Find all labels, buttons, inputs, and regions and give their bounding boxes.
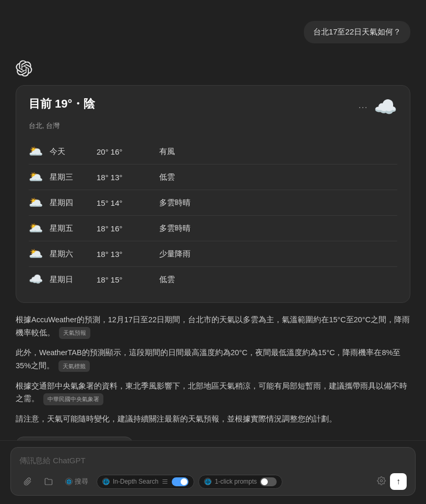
indepth-settings-icon — [161, 478, 169, 485]
weather-row-day-3: 星期五 — [50, 224, 97, 233]
weather-row-icon-1: 🌥️ — [29, 170, 50, 184]
search-button[interactable]: 🌐 搜尋 — [61, 475, 92, 488]
input-area: 傳訊息給 ChatGPT 🌐 搜尋 🌐 In-Dep — [0, 440, 426, 504]
weather-row-icon-4: 🌥️ — [29, 247, 50, 261]
weather-row: ☁️ 星期日 18° 15° 低雲 — [29, 267, 397, 292]
oneclick-switch[interactable] — [260, 477, 277, 486]
source-tag-2[interactable]: 天氣標籤 — [58, 360, 90, 372]
weather-forecast-list: 🌥️ 今天 20° 16° 有風 🌥️ 星期三 18° 13° 低雲 🌥️ 星期… — [29, 139, 397, 292]
weather-row-icon-0: 🌥️ — [29, 145, 50, 158]
weather-row-temp-1: 18° 13° — [97, 173, 159, 182]
oneclick-label: 1-click prompts — [215, 478, 257, 485]
input-placeholder-text[interactable]: 傳訊息給 ChatGPT — [19, 455, 407, 467]
user-message-text: 台北17至22日天氣如何？ — [313, 27, 401, 36]
weather-row-temp-3: 18° 16° — [97, 224, 159, 233]
weather-row-day-2: 星期四 — [50, 198, 97, 208]
input-toolbar: 🌐 搜尋 🌐 In-Depth Search 🌐 1-click prompts — [19, 473, 407, 490]
paragraph-3: 根據交通部中央氣象署的資料，東北季風影響下，北部地區天氣稍涼，可能有局部短暫雨，… — [16, 380, 410, 405]
weather-row: 🌥️ 星期三 18° 13° 低雲 — [29, 165, 397, 190]
weather-location: 台北, 台灣 — [29, 121, 397, 131]
indepth-switch-knob — [181, 478, 187, 485]
input-box: 傳訊息給 ChatGPT 🌐 搜尋 🌐 In-Dep — [10, 447, 416, 496]
paragraph-2: 此外，WeatherTAB的預測顯示，這段期間的日間最高溫度約為20°C，夜間最… — [16, 346, 410, 372]
weather-row-day-4: 星期六 — [50, 249, 97, 259]
search-label: 搜尋 — [75, 477, 88, 486]
search-globe-icon: 🌐 — [65, 478, 73, 485]
weather-card: 目前 19°・陰 ⋯ ☁️ 台北, 台灣 🌥️ 今天 20° 16° 有風 🌥️… — [16, 85, 410, 303]
weather-row-desc-0: 有風 — [159, 147, 175, 157]
chatgpt-logo-icon — [16, 60, 32, 77]
weather-row-day-0: 今天 — [50, 147, 97, 157]
attach-button[interactable] — [19, 475, 36, 488]
folder-button[interactable] — [40, 475, 57, 488]
oneclick-globe-icon: 🌐 — [204, 478, 211, 485]
weather-row-desc-3: 多雲時晴 — [159, 224, 191, 233]
svg-point-4 — [380, 479, 382, 482]
weather-row: 🌥️ 星期六 18° 13° 少量降雨 — [29, 241, 397, 267]
source-tag-1[interactable]: 天氣預報 — [59, 327, 90, 339]
paragraph-1: 根據AccuWeather的預測，12月17日至22日期間，台北市的天氣以多雲為… — [16, 313, 410, 339]
user-bubble: 台北17至22日天氣如何？ — [304, 21, 410, 43]
weather-row-icon-2: 🌥️ — [29, 196, 50, 209]
indepth-switch[interactable] — [172, 477, 188, 486]
weather-row-day-1: 星期三 — [50, 172, 97, 182]
weather-cloud-icon: ☁️ — [374, 96, 397, 118]
weather-more-options[interactable]: ⋯ — [358, 101, 369, 113]
weather-card-header: 目前 19°・陰 ⋯ ☁️ — [29, 96, 397, 118]
paragraph-4: 請注意，天氣可能隨時變化，建議持續關注最新的天氣預報，並根據實際情況調整您的計劃… — [16, 413, 410, 426]
source-tag-3[interactable]: 中華民國中央氣象署 — [43, 393, 103, 405]
gear-icon[interactable] — [377, 476, 386, 487]
indepth-search-toggle[interactable]: 🌐 In-Depth Search — [97, 475, 194, 489]
weather-row-temp-2: 15° 14° — [97, 198, 159, 207]
weather-row-icon-5: ☁️ — [29, 273, 50, 286]
indepth-label: In-Depth Search — [113, 478, 158, 485]
weather-row-icon-3: 🌥️ — [29, 221, 50, 235]
user-message-area: 台北17至22日天氣如何？ — [0, 10, 426, 59]
oneclick-prompts-toggle[interactable]: 🌐 1-click prompts — [198, 475, 282, 489]
weather-row-desc-5: 低雲 — [159, 275, 175, 285]
weather-row: 🌥️ 星期四 15° 14° 多雲時晴 — [29, 190, 397, 216]
weather-row: 🌥️ 星期五 18° 16° 多雲時晴 — [29, 216, 397, 241]
weather-row: 🌥️ 今天 20° 16° 有風 — [29, 139, 397, 165]
assistant-header — [16, 59, 410, 77]
weather-row-temp-0: 20° 16° — [97, 147, 159, 156]
oneclick-switch-knob — [261, 478, 268, 485]
weather-row-temp-5: 18° 15° — [97, 275, 159, 284]
paragraph-4-text: 請注意，天氣可能隨時變化，建議持續關注最新的天氣預報，並根據實際情況調整您的計劃… — [16, 415, 337, 423]
assistant-area: 目前 19°・陰 ⋯ ☁️ 台北, 台灣 🌥️ 今天 20° 16° 有風 🌥️… — [0, 59, 426, 500]
weather-row-desc-4: 少量降雨 — [159, 249, 191, 259]
weather-card-icons: ⋯ ☁️ — [358, 96, 397, 118]
send-button[interactable]: ↑ — [390, 473, 407, 490]
weather-main-title: 目前 19°・陰 — [29, 96, 95, 112]
weather-row-desc-2: 多雲時晴 — [159, 198, 191, 208]
weather-row-desc-1: 低雲 — [159, 172, 175, 182]
send-arrow-icon: ↑ — [396, 477, 400, 486]
weather-row-day-5: 星期日 — [50, 275, 97, 285]
weather-row-temp-4: 18° 13° — [97, 250, 159, 259]
page-wrapper: 台北17至22日天氣如何？ 目前 19°・陰 ⋯ ☁️ 台北, 台灣 🌥️ — [0, 0, 426, 504]
indepth-globe-icon: 🌐 — [102, 478, 110, 485]
